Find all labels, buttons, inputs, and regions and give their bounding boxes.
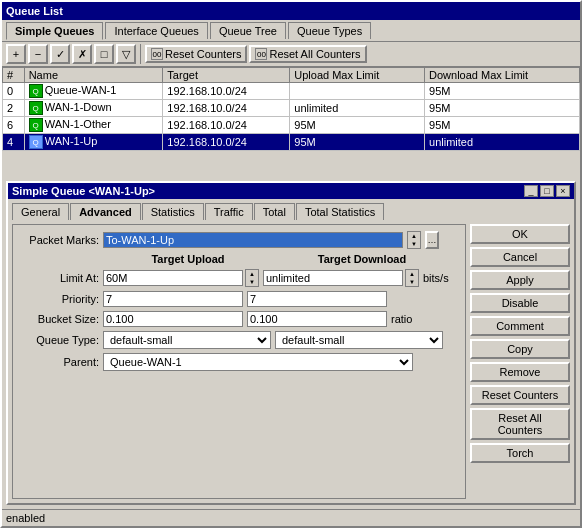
row-upload-max (290, 83, 425, 100)
disable-button[interactable]: Disable (470, 293, 570, 313)
dialog-tab-bar: General Advanced Statistics Traffic Tota… (8, 199, 574, 220)
main-window: Queue List Simple Queues Interface Queue… (0, 0, 582, 528)
ratio-unit: ratio (391, 313, 412, 325)
priority-upload-input[interactable] (103, 291, 243, 307)
upload-col-header: Target Upload (103, 253, 273, 265)
row-target: 192.168.10.0/24 (163, 117, 290, 134)
packet-marks-down[interactable]: ▼ (408, 240, 420, 248)
packet-marks-row: Packet Marks: ▲ ▼ … (19, 231, 459, 249)
row-download-max: unlimited (425, 134, 580, 151)
tab-total-statistics[interactable]: Total Statistics (296, 203, 384, 220)
limit-at-upload-up[interactable]: ▲ (246, 270, 258, 278)
tab-queue-types[interactable]: Queue Types (288, 22, 371, 39)
cancel-button[interactable]: Cancel (470, 247, 570, 267)
action-toolbar: + − ✓ ✗ □ ▽ 00 Reset Counters 00 Reset A… (2, 42, 580, 67)
col-header-upload-max: Upload Max Limit (290, 68, 425, 83)
limit-at-download-input[interactable] (263, 270, 403, 286)
row-id: 0 (3, 83, 25, 100)
row-name: QQueue-WAN-1 (24, 83, 163, 100)
queue-table-container: # Name Target Upload Max Limit Download … (2, 67, 580, 177)
reset-all-counters-button[interactable]: Reset All Counters (470, 408, 570, 440)
priority-download-input[interactable] (247, 291, 387, 307)
comment-button[interactable]: Comment (470, 316, 570, 336)
queue-type-row: Queue Type: default-small default-small (19, 331, 459, 349)
bucket-size-upload-input[interactable] (103, 311, 243, 327)
limit-at-download-up[interactable]: ▲ (406, 270, 418, 278)
column-headers: Target Upload Target Download (19, 253, 459, 265)
download-col-header: Target Download (277, 253, 447, 265)
table-row[interactable]: 0 QQueue-WAN-1 192.168.10.0/24 95M (3, 83, 580, 100)
queue-type-upload-select[interactable]: default-small (103, 331, 271, 349)
remove-button[interactable]: Remove (470, 362, 570, 382)
tab-general[interactable]: General (12, 203, 69, 220)
row-download-max: 95M (425, 100, 580, 117)
limit-at-upload-input[interactable] (103, 270, 243, 286)
packet-marks-label: Packet Marks: (19, 234, 99, 246)
bucket-size-label: Bucket Size: (19, 313, 99, 325)
tab-advanced[interactable]: Advanced (70, 203, 141, 220)
reset-all-counters-toolbar-button[interactable]: 00 Reset All Counters (249, 45, 366, 63)
table-row[interactable]: 6 QWAN-1-Other 192.168.10.0/24 95M 95M (3, 117, 580, 134)
queue-table: # Name Target Upload Max Limit Download … (2, 67, 580, 151)
window-title: Queue List (6, 5, 63, 17)
torch-button[interactable]: Torch (470, 443, 570, 463)
tab-traffic[interactable]: Traffic (205, 203, 253, 220)
dialog-maximize-button[interactable]: □ (540, 185, 554, 197)
counter-icon-1: 00 (151, 48, 163, 60)
add-button[interactable]: + (6, 44, 26, 64)
limit-at-download-spinner: ▲ ▼ (405, 269, 419, 287)
row-upload-max: unlimited (290, 100, 425, 117)
parent-select[interactable]: Queue-WAN-1 (103, 353, 413, 371)
reset-counters-toolbar-button[interactable]: 00 Reset Counters (145, 45, 247, 63)
packet-marks-dots[interactable]: … (425, 231, 439, 249)
row-id: 2 (3, 100, 25, 117)
table-row-selected[interactable]: 4 QWAN-1-Up 192.168.10.0/24 95M unlimite… (3, 134, 580, 151)
limit-at-upload-down[interactable]: ▼ (246, 278, 258, 286)
status-text: enabled (6, 512, 45, 524)
dialog-title-buttons: _ □ × (524, 185, 570, 197)
copy-toolbar-button[interactable]: □ (94, 44, 114, 64)
row-target: 192.168.10.0/24 (163, 134, 290, 151)
enable-button[interactable]: ✓ (50, 44, 70, 64)
packet-marks-up[interactable]: ▲ (408, 232, 420, 240)
apply-button[interactable]: Apply (470, 270, 570, 290)
row-name: QWAN-1-Down (24, 100, 163, 117)
disable-button[interactable]: ✗ (72, 44, 92, 64)
dialog-close-button[interactable]: × (556, 185, 570, 197)
limit-at-label: Limit At: (19, 272, 99, 284)
counter-icon-2: 00 (255, 48, 267, 60)
queue-type-download-group: default-small (275, 331, 443, 349)
tab-queue-tree[interactable]: Queue Tree (210, 22, 286, 39)
dialog-title-bar: Simple Queue <WAN-1-Up> _ □ × (8, 183, 574, 199)
tab-simple-queues[interactable]: Simple Queues (6, 22, 103, 40)
packet-marks-input[interactable] (103, 232, 403, 248)
col-header-download-max: Download Max Limit (425, 68, 580, 83)
tab-total[interactable]: Total (254, 203, 295, 220)
row-id: 6 (3, 117, 25, 134)
col-header-name: Name (24, 68, 163, 83)
tab-interface-queues[interactable]: Interface Queues (105, 22, 207, 39)
parent-row: Parent: Queue-WAN-1 (19, 353, 459, 371)
filter-button[interactable]: ▽ (116, 44, 136, 64)
queue-icon: Q (29, 84, 43, 98)
bucket-size-row: Bucket Size: ratio (19, 311, 459, 327)
dialog-minimize-button[interactable]: _ (524, 185, 538, 197)
dialog-action-buttons: OK Cancel Apply Disable Comment Copy Rem… (470, 224, 570, 499)
dialog-content-area: Packet Marks: ▲ ▼ … Target Upload Target… (8, 220, 574, 503)
queue-type-download-select[interactable]: default-small (275, 331, 443, 349)
row-upload-max: 95M (290, 134, 425, 151)
col-header-target: Target (163, 68, 290, 83)
reset-counters-button[interactable]: Reset Counters (470, 385, 570, 405)
table-row[interactable]: 2 QWAN-1-Down 192.168.10.0/24 unlimited … (3, 100, 580, 117)
status-bar: enabled (2, 509, 580, 526)
tab-statistics[interactable]: Statistics (142, 203, 204, 220)
ok-button[interactable]: OK (470, 224, 570, 244)
limit-at-download-group: ▲ ▼ (263, 269, 419, 287)
separator-1 (140, 44, 141, 64)
queue-icon-selected: Q (29, 135, 43, 149)
bucket-size-download-input[interactable] (247, 311, 387, 327)
limit-at-download-down[interactable]: ▼ (406, 278, 418, 286)
row-upload-max: 95M (290, 117, 425, 134)
remove-button[interactable]: − (28, 44, 48, 64)
copy-button[interactable]: Copy (470, 339, 570, 359)
